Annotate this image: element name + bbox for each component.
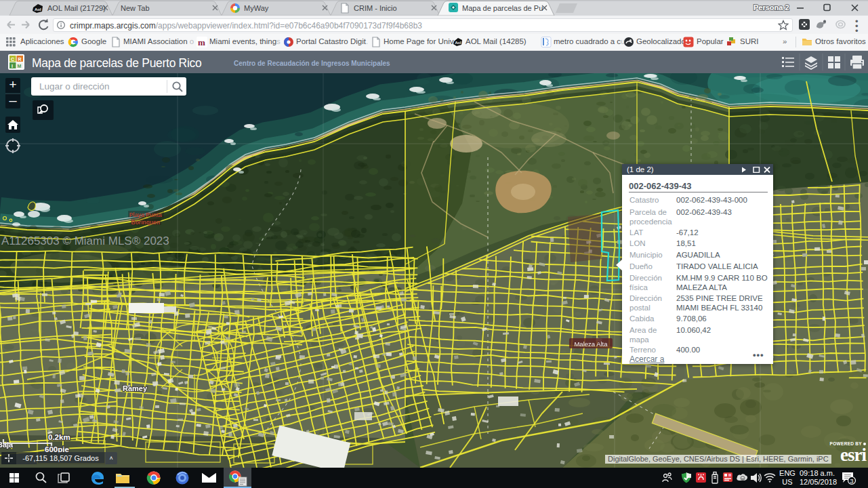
- svg-text:m: m: [198, 37, 205, 47]
- svg-text:R: R: [18, 57, 22, 62]
- svg-text:Persona 2: Persona 2: [753, 3, 789, 12]
- svg-text:MyWay: MyWay: [244, 4, 269, 12]
- svg-text:AOL Mail (21729): AOL Mail (21729): [47, 4, 106, 12]
- svg-text:Aol: Aol: [455, 41, 461, 45]
- svg-text:M: M: [18, 64, 22, 68]
- svg-text:Mapa de parcelas de Pu: Mapa de parcelas de Pu: [462, 4, 543, 12]
- svg-text:I: I: [12, 64, 13, 68]
- svg-text:C: C: [11, 57, 14, 62]
- svg-text:Ramey: Ramey: [123, 384, 148, 392]
- svg-text:3: 3: [850, 477, 853, 485]
- svg-text:Aol: Aol: [35, 7, 41, 12]
- svg-text:CRIM - Inicio: CRIM - Inicio: [354, 4, 397, 12]
- svg-text:0.2km: 0.2km: [48, 433, 70, 441]
- svg-text:Maleza Alta: Maleza Alta: [574, 340, 608, 348]
- svg-text:New Tab: New Tab: [121, 4, 150, 12]
- svg-text:Borinquen: Borinquen: [131, 219, 161, 226]
- svg-text:Playa Punta: Playa Punta: [129, 211, 162, 218]
